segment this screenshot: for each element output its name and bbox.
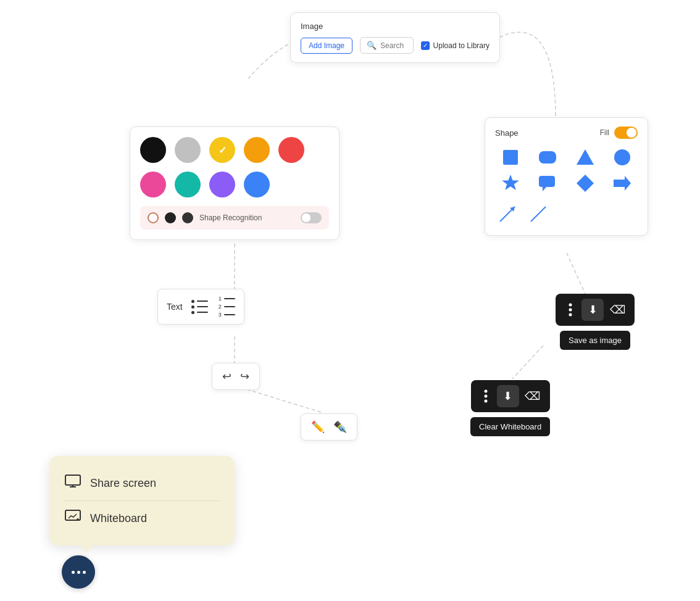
pen-button[interactable]: ✏️ [311,420,325,434]
color-teal[interactable] [175,172,201,197]
fill-row: Fill [600,126,638,139]
add-image-button[interactable]: Add Image [301,38,352,54]
search-box: 🔍 [360,37,414,54]
svg-marker-2 [577,149,594,165]
more-options-button[interactable] [562,299,579,321]
color-orange[interactable] [244,137,270,163]
image-panel-title: Image [301,22,490,31]
svg-line-11 [531,207,546,222]
save-image-toolbar: ⬇ ⌫ Save as image [556,294,635,350]
color-row-1 [140,137,329,163]
shape-diagonal-arrow[interactable] [495,202,520,226]
popup-divider [64,500,220,501]
whiteboard-label: Whiteboard [90,512,147,525]
clear-whiteboard-tooltip: Clear Whiteboard [470,417,550,436]
svg-marker-7 [577,175,594,192]
chat-dot-1 [72,571,75,574]
svg-point-12 [569,304,572,307]
shape-line-row [495,199,638,226]
pen-dot-dark[interactable] [182,212,193,223]
save-dark-toolbar: ⬇ ⌫ [556,294,635,326]
shape-recognition-toggle[interactable] [301,212,322,223]
color-blue[interactable] [244,172,270,197]
svg-point-17 [484,400,487,403]
fill-toggle[interactable] [614,126,638,139]
shape-arrow[interactable] [607,173,638,193]
svg-point-14 [569,313,572,317]
color-red[interactable] [278,137,304,163]
pen-dot-outline[interactable] [148,212,159,223]
chat-bubble[interactable] [62,555,95,589]
shape-panel-header: Shape Fill [495,126,638,139]
clear-download-button[interactable]: ⬇ [497,385,519,407]
chat-dots [72,571,86,574]
shape-speech-bubble[interactable] [532,173,563,193]
pen-dot-black[interactable] [165,212,176,223]
fill-label: Fill [600,128,609,137]
clear-more-options[interactable] [477,385,494,407]
svg-point-22 [77,518,79,521]
numbered-list-button[interactable]: 1 2 3 [217,296,235,318]
shape-rounded-rect[interactable] [532,147,563,167]
upload-label: Upload to Library [433,41,490,50]
shape-diamond[interactable] [570,173,601,193]
clear-eraser-button[interactable]: ⌫ [522,385,544,407]
popup-menu: Share screen Whiteboard [49,456,235,545]
svg-rect-5 [539,176,555,187]
save-as-image-tooltip: Save as image [560,331,630,350]
svg-marker-8 [614,176,631,191]
eraser-icon-button[interactable]: ⌫ [606,299,628,321]
shape-diagonal-line[interactable] [526,202,551,226]
bullet-list-button[interactable] [191,300,208,314]
svg-point-16 [484,395,487,398]
svg-rect-18 [65,475,80,485]
color-light-gray[interactable] [175,137,201,163]
shape-grid [495,147,638,193]
chat-dot-3 [83,571,86,574]
shape-recognition-row: Shape Recognition [140,206,329,230]
download-button[interactable]: ⬇ [581,299,604,321]
share-screen-item[interactable]: Share screen [64,468,220,498]
draw-toolbar: ✏️ ✒️ [301,413,357,441]
color-yellow[interactable] [209,137,235,163]
eraser-button[interactable]: ✒️ [333,420,347,434]
shape-square[interactable] [495,147,526,167]
shape-triangle[interactable] [570,147,601,167]
image-panel: Image Add Image 🔍 ✓ Upload to Library [290,12,500,63]
shape-star[interactable] [495,173,526,193]
color-palette-panel: Shape Recognition [130,126,340,240]
color-pink[interactable] [140,172,166,197]
undo-redo-toolbar: ↩ ↪ [212,363,260,390]
chat-dot-2 [77,571,80,574]
color-row-2 [140,172,329,197]
share-screen-icon [64,475,81,492]
color-purple[interactable] [209,172,235,197]
upload-checkbox[interactable]: ✓ [421,41,430,50]
svg-marker-6 [543,187,546,191]
search-icon: 🔍 [367,41,377,50]
text-label: Text [167,302,183,312]
search-input[interactable] [380,41,407,50]
svg-marker-4 [502,175,519,190]
text-toolbar: Text 1 2 3 [157,289,244,325]
whiteboard-icon [64,510,81,527]
svg-point-3 [614,149,630,165]
whiteboard-item[interactable]: Whiteboard [64,504,220,533]
redo-button[interactable]: ↪ [240,370,249,383]
svg-rect-0 [503,150,518,165]
shape-recognition-label: Shape Recognition [199,213,294,222]
shape-panel-title: Shape [495,128,519,138]
svg-rect-1 [539,151,556,164]
clear-dark-toolbar: ⬇ ⌫ [471,380,550,412]
shape-circle[interactable] [607,147,638,167]
undo-button[interactable]: ↩ [222,370,231,383]
svg-point-15 [484,390,487,393]
svg-point-13 [569,309,572,312]
shape-panel: Shape Fill [485,117,648,236]
clear-whiteboard-toolbar: ⬇ ⌫ Clear Whiteboard [470,380,550,436]
share-screen-label: Share screen [90,477,156,490]
color-black[interactable] [140,137,166,163]
upload-row: ✓ Upload to Library [421,41,490,50]
